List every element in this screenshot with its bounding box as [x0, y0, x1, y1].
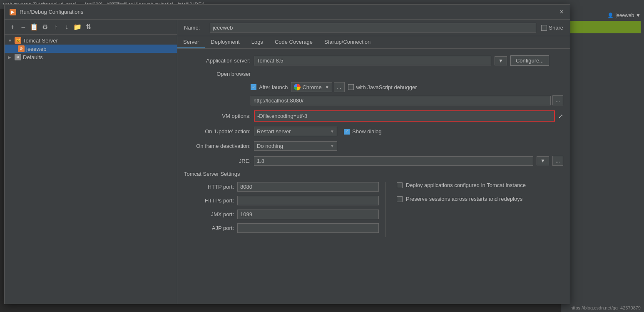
browser-dropdown[interactable]: Chrome ▼	[291, 82, 332, 92]
name-row: Name: Share	[177, 20, 570, 36]
copy-config-button[interactable]: 📋	[30, 22, 39, 32]
show-dialog-label[interactable]: ✓ Show dialog	[344, 128, 382, 135]
jeeeweb-icon: ⚙	[18, 45, 25, 52]
right-checkboxes: Deploy applications configured in Tomcat…	[393, 182, 563, 237]
share-label: Share	[549, 25, 563, 31]
http-port-input[interactable]	[237, 182, 379, 192]
after-launch-row: ✓ After launch Chrome ▼ ... with JavaS	[251, 82, 563, 92]
name-input[interactable]	[210, 23, 536, 32]
open-browser-section: Open browser	[184, 71, 563, 77]
app-server-dropdown-button[interactable]: ▼	[495, 56, 507, 65]
move-up-button[interactable]: ↑	[51, 22, 60, 32]
url-input[interactable]	[251, 96, 551, 105]
on-frame-label: On frame deactivation:	[184, 143, 251, 149]
tree-tomcat-label: Tomcat Server	[23, 37, 58, 44]
share-checkbox[interactable]	[541, 25, 547, 31]
show-dialog-checkbox[interactable]: ✓	[344, 129, 350, 135]
tomcat-settings-label: Tomcat Server Settings	[184, 171, 563, 177]
http-port-row: HTTP port:	[184, 182, 379, 192]
after-launch-checkbox-label[interactable]: ✓ After launch	[251, 84, 288, 90]
jre-label: JRE:	[184, 158, 251, 164]
on-frame-row: On frame deactivation: Do nothing ▼	[184, 141, 563, 151]
add-config-button[interactable]: +	[8, 22, 17, 32]
tree-arrow-tomcat: ▼	[8, 38, 13, 43]
jre-input[interactable]	[254, 156, 533, 166]
tree-defaults[interactable]: ▶ ⚙ Defaults	[5, 53, 177, 61]
jre-dropdown-button[interactable]: ▼	[537, 156, 549, 165]
do-nothing-dropdown-arrow: ▼	[330, 144, 334, 148]
tab-logs[interactable]: Logs	[246, 36, 269, 48]
ajp-port-label: AJP port:	[184, 225, 234, 231]
sort-button[interactable]: ⇅	[84, 22, 93, 32]
browser-dropdown-arrow: ▼	[325, 85, 329, 90]
preserve-checkbox[interactable]	[397, 196, 403, 202]
restart-dropdown-arrow: ▼	[330, 129, 334, 134]
show-dialog-text: Show dialog	[352, 128, 382, 135]
tab-server[interactable]: Server	[177, 36, 205, 48]
settings-button[interactable]: ⚙	[40, 22, 50, 32]
open-browser-label: Open browser	[184, 71, 251, 77]
jmx-port-input[interactable]	[237, 210, 379, 219]
name-label: Name:	[184, 25, 205, 31]
url-ellipsis-button[interactable]: ...	[552, 95, 563, 105]
tab-deployment[interactable]: Deployment	[205, 36, 245, 48]
after-launch-checkbox[interactable]: ✓	[251, 84, 256, 90]
app-server-row: Application server: ▼ Configure...	[184, 55, 563, 66]
app-server-input[interactable]	[254, 56, 491, 65]
https-port-label: HTTPs port:	[184, 197, 234, 204]
ports-section: HTTP port: HTTPs port: JMX port:	[184, 182, 379, 237]
browser-label: Chrome	[302, 84, 321, 90]
dialog-title: ▶ Run/Debug Configurations	[10, 9, 83, 15]
dropdown-chevron-icon: ▼	[636, 12, 641, 18]
bottom-link-text: https://blog.csdn.net/qq_42570879	[570, 305, 641, 310]
defaults-icon: ⚙	[15, 54, 21, 60]
https-port-input[interactable]	[237, 196, 379, 205]
restart-server-label: Restart server	[257, 128, 291, 135]
deploy-checkbox-row: Deploy applications configured in Tomcat…	[397, 182, 563, 188]
ajp-port-input[interactable]	[237, 223, 379, 233]
folder-button[interactable]: 📁	[73, 22, 82, 32]
http-port-label: HTTP port:	[184, 184, 234, 190]
tab-code-coverage[interactable]: Code Coverage	[269, 36, 318, 48]
share-row: Share	[541, 25, 563, 31]
tree-arrow-defaults: ▶	[8, 55, 13, 60]
dialog-close-button[interactable]: ×	[558, 9, 565, 15]
on-update-label: On 'Update' action:	[184, 128, 251, 135]
vm-options-row: VM options: ⤢	[184, 110, 563, 122]
on-update-row: On 'Update' action: Restart server ▼ ✓ S…	[184, 127, 563, 136]
app-server-label: Application server:	[184, 57, 251, 64]
preserve-checkbox-row: Preserve sessions across restarts and re…	[397, 196, 563, 202]
right-panel: Name: Share Server Deployment Logs Code …	[177, 20, 570, 304]
jre-row: JRE: ▼ ...	[184, 156, 563, 166]
move-down-button[interactable]: ↓	[62, 22, 71, 32]
tree-jeeeweb[interactable]: ⚙ jeeeweb	[5, 45, 177, 53]
user-icon: 👤	[607, 12, 614, 18]
username-label: jeeeweb	[615, 12, 634, 18]
deploy-checkbox[interactable]	[397, 182, 403, 188]
js-debugger-label[interactable]: with JavaScript debugger	[348, 84, 417, 90]
preserve-label: Preserve sessions across restarts and re…	[406, 196, 522, 202]
remove-config-button[interactable]: –	[19, 22, 28, 32]
browser-select-row: Chrome ▼ ...	[291, 82, 344, 92]
dialog-title-icon: ▶	[10, 9, 16, 15]
tab-startup-connection[interactable]: Startup/Connection	[318, 36, 376, 48]
vm-options-label: VM options:	[184, 113, 251, 119]
tree-tomcat-server[interactable]: ▼ 🐱 Tomcat Server	[5, 36, 177, 45]
jre-ellipsis-button[interactable]: ...	[552, 156, 563, 166]
https-port-row: HTTPs port:	[184, 196, 379, 205]
run-debug-dialog: ▶ Run/Debug Configurations × + – 📋 ⚙ ↑ ↓…	[4, 4, 570, 304]
configure-button[interactable]: Configure...	[510, 55, 549, 66]
dialog-title-bar: ▶ Run/Debug Configurations ×	[5, 5, 570, 20]
do-nothing-dropdown[interactable]: Do nothing ▼	[254, 141, 337, 151]
js-debugger-checkbox[interactable]	[348, 84, 354, 90]
dialog-title-text: Run/Debug Configurations	[20, 9, 83, 15]
vm-expand-button[interactable]: ⤢	[558, 113, 563, 120]
browser-ellipsis-button[interactable]: ...	[334, 82, 345, 92]
jmx-port-label: JMX port:	[184, 211, 234, 217]
js-debugger-text: with JavaScript debugger	[356, 84, 417, 90]
vm-options-input[interactable]	[254, 110, 555, 122]
ide-right-user: 👤 jeeeweb ▼	[607, 12, 641, 18]
vertical-divider	[385, 182, 386, 237]
after-launch-label: After launch	[259, 84, 288, 90]
restart-server-dropdown[interactable]: Restart server ▼	[254, 127, 337, 136]
